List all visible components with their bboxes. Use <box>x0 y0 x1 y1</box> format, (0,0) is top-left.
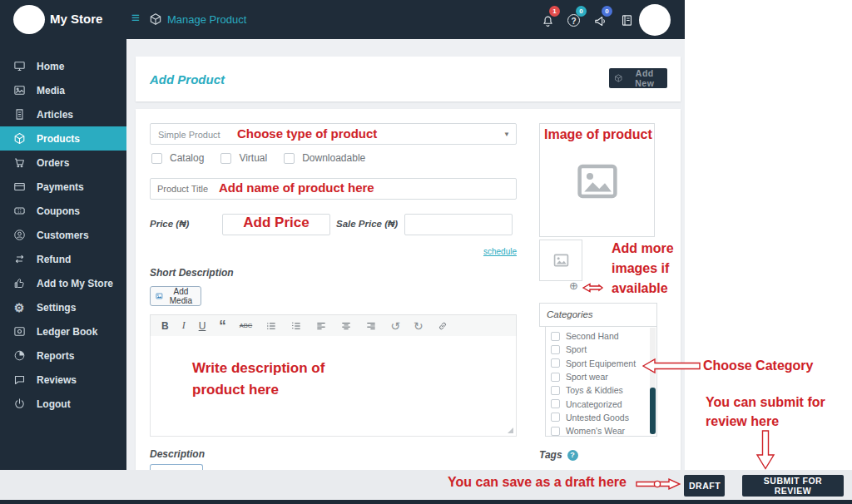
sidebar-item-refund[interactable]: Refund <box>0 247 126 271</box>
annotation-add-name: Add name of product here <box>219 180 374 195</box>
undo-button[interactable]: ↺ <box>390 319 400 333</box>
blockquote-button[interactable]: “ <box>219 322 226 330</box>
annotation-add-price: Add Price <box>222 215 330 231</box>
catalog-label: Catalog <box>170 152 204 164</box>
sidebar-item-coupons[interactable]: Coupons <box>0 199 126 223</box>
category-checkbox[interactable] <box>551 399 560 408</box>
align-left-button[interactable] <box>315 320 327 332</box>
sidebar-item-payments[interactable]: Payments <box>0 175 126 199</box>
sidebar-item-reviews[interactable]: Reviews <box>0 368 126 392</box>
avatar[interactable] <box>639 4 671 36</box>
short-description-label: Short Description <box>150 267 234 279</box>
bottom-border <box>0 500 852 504</box>
sidebar-item-products[interactable]: Products <box>0 126 126 151</box>
strikethrough-button[interactable]: ABC <box>240 322 252 329</box>
category-checkbox[interactable] <box>551 332 560 341</box>
categories-label: Categories <box>547 309 593 319</box>
hamburger-menu-icon[interactable]: ≡ <box>131 10 140 27</box>
gear-icon: ⚙ <box>12 301 26 314</box>
sidebar-item-reports[interactable]: Reports <box>0 343 126 368</box>
product-type-checkboxes: Catalog Virtual Downloadable <box>151 152 365 164</box>
underline-button[interactable]: U <box>199 320 206 332</box>
sidebar-item-articles[interactable]: Articles <box>0 102 126 126</box>
add-new-button[interactable]: Add New <box>609 68 667 88</box>
sidebar-item-home[interactable]: Home <box>0 54 126 78</box>
category-checkbox[interactable] <box>551 427 560 436</box>
downloadable-label: Downloadable <box>302 152 365 164</box>
category-option[interactable]: Second Hand <box>546 329 656 343</box>
store-logo[interactable] <box>13 5 45 34</box>
book-icon[interactable] <box>620 13 634 27</box>
add-image-plus-icon[interactable]: ⊕ <box>569 279 578 292</box>
product-type-value: Simple Product <box>158 130 220 140</box>
category-checkbox[interactable] <box>551 345 560 354</box>
sidebar: Home Media Articles Products Orders Paym… <box>0 39 126 470</box>
ledger-icon <box>12 325 26 338</box>
category-option[interactable]: Sport wear <box>546 370 656 383</box>
monitor-icon <box>12 60 26 72</box>
schedule-link[interactable]: schedule <box>483 247 517 256</box>
short-description-textarea[interactable]: Write description of product here <box>150 336 517 437</box>
sale-price-input[interactable] <box>404 214 513 235</box>
annotation-submit-review: You can submit for review here <box>706 393 825 431</box>
scrollbar-thumb[interactable] <box>650 388 656 434</box>
bullet-list-button[interactable] <box>265 320 277 332</box>
tags-help-icon[interactable]: ? <box>567 450 578 461</box>
redo-button[interactable]: ↻ <box>414 319 424 333</box>
numbered-list-button[interactable] <box>290 320 302 332</box>
annotation-choose-category: Choose Category <box>703 358 813 373</box>
category-option[interactable]: Sport <box>546 343 656 356</box>
document-icon <box>12 108 26 121</box>
virtual-checkbox[interactable] <box>220 153 231 164</box>
category-checkbox[interactable] <box>551 373 560 382</box>
annotation-add-more-images: Add more images if available <box>612 239 674 299</box>
image-icon <box>12 84 26 96</box>
price-label: Price (₦) <box>150 219 189 229</box>
catalog-checkbox[interactable] <box>151 153 162 164</box>
annotation-arrow-submit <box>754 430 777 470</box>
annotation-arrow-choose-category <box>642 358 701 374</box>
annotation-image-of-product: Image of product <box>544 127 652 142</box>
product-image-box[interactable]: Image of product <box>539 123 655 237</box>
sidebar-item-ledger-book[interactable]: Ledger Book <box>0 319 126 343</box>
category-option[interactable]: Untested Goods <box>546 411 656 424</box>
product-type-select[interactable]: Simple Product Choose type of product ▼ <box>150 123 517 145</box>
resize-handle[interactable] <box>508 427 513 433</box>
user-icon <box>12 229 26 241</box>
submit-for-review-button[interactable]: SUBMIT FOR REVIEW <box>742 475 844 497</box>
media-icon <box>156 291 163 301</box>
bell-badge: 1 <box>549 6 560 17</box>
category-checkbox[interactable] <box>551 386 560 395</box>
category-option[interactable]: Uncategorized <box>546 397 656 410</box>
pie-chart-icon <box>12 349 26 362</box>
sale-price-label: Sale Price (₦) <box>336 219 398 229</box>
category-option[interactable]: Sport Equipement <box>546 357 656 370</box>
sidebar-item-settings[interactable]: ⚙Settings <box>0 295 126 319</box>
sidebar-item-logout[interactable]: Logout <box>0 392 126 416</box>
sidebar-item-orders[interactable]: Orders <box>0 151 126 175</box>
sidebar-item-media[interactable]: Media <box>0 78 126 102</box>
align-center-button[interactable] <box>340 320 352 332</box>
bold-button[interactable]: B <box>161 320 169 332</box>
category-option[interactable]: Women's Wear <box>546 424 656 437</box>
tags-label: Tags <box>539 449 562 461</box>
breadcrumb[interactable]: Manage Product <box>167 13 246 26</box>
link-button[interactable] <box>437 320 448 332</box>
categories-scrollbar[interactable] <box>650 328 656 434</box>
italic-button[interactable]: I <box>182 319 186 332</box>
tags-section: Tags ? <box>539 449 578 461</box>
downloadable-checkbox[interactable] <box>284 153 295 164</box>
sidebar-item-add-to-my-store[interactable]: Add to My Store <box>0 271 126 295</box>
category-checkbox[interactable] <box>551 358 560 368</box>
category-checkbox[interactable] <box>551 413 560 422</box>
chevron-down-icon: ▼ <box>503 131 510 138</box>
align-right-button[interactable] <box>365 320 377 332</box>
category-option[interactable]: Toys & Kiddies <box>546 383 656 397</box>
annotation-choose-type: Choose type of product <box>237 126 377 141</box>
sidebar-item-customers[interactable]: Customers <box>0 223 126 247</box>
ticket-icon <box>12 205 26 217</box>
draft-button[interactable]: DRAFT <box>684 475 725 497</box>
brand-title: My Store <box>50 12 102 26</box>
add-media-button[interactable]: Add Media <box>150 286 201 306</box>
extra-image-box[interactable] <box>539 240 582 281</box>
